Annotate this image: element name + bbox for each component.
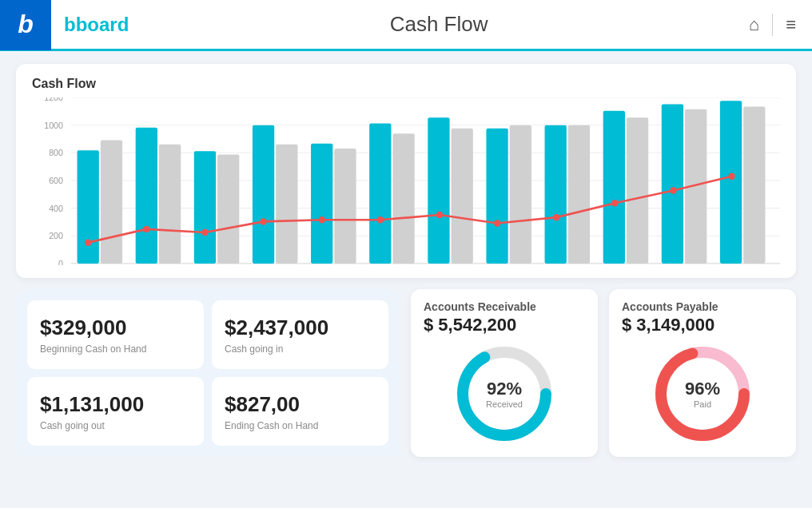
accounts-receivable-panel: Accounts Receivable $ 5,542,200 92% Rece… — [411, 289, 598, 457]
ap-donut: 96% Paid — [651, 342, 754, 446]
ar-title: Accounts Receivable — [424, 300, 536, 313]
ar-donut: 92% Received — [452, 342, 556, 446]
kpi-label-3: Ending Cash on Hand — [225, 420, 376, 431]
svg-rect-24 — [369, 124, 391, 264]
svg-text:1200: 1200 — [44, 97, 63, 102]
header-icons: ⌂ ≡ — [749, 14, 796, 36]
svg-rect-18 — [194, 151, 216, 264]
kpi-value-3: $827,00 — [225, 392, 376, 417]
logo-box: b — [0, 0, 51, 50]
kpi-value-1: $2,437,000 — [225, 316, 376, 340]
kpi-card-3: $827,00 Ending Cash on Hand — [212, 377, 388, 446]
kpi-label-2: Cash going out — [40, 420, 191, 431]
main-content: Cash Flow 1200 1000 800 600 400 200 0 — [0, 51, 812, 470]
svg-point-41 — [261, 218, 267, 224]
svg-point-49 — [729, 173, 735, 180]
brand-accent: b — [64, 14, 76, 35]
svg-point-47 — [611, 200, 618, 206]
kpi-card-2: $1,131,000 Cash going out — [27, 377, 204, 446]
svg-rect-20 — [253, 125, 274, 264]
ar-pct-value: 92% — [486, 379, 523, 399]
svg-point-48 — [671, 187, 677, 193]
accounts-payable-panel: Accounts Payable $ 3,149,000 96% Paid — [609, 289, 796, 457]
svg-rect-31 — [568, 125, 590, 264]
svg-point-44 — [436, 212, 443, 218]
ap-pct-label: Paid — [685, 399, 720, 409]
brand-name: bboard — [64, 14, 129, 36]
ap-title: Accounts Payable — [622, 300, 718, 313]
svg-point-43 — [377, 216, 384, 223]
svg-rect-26 — [428, 117, 449, 264]
svg-point-39 — [143, 226, 149, 232]
kpi-label-0: Beginning Cash on Hand — [40, 343, 191, 355]
svg-rect-34 — [662, 104, 683, 264]
svg-point-42 — [319, 216, 325, 223]
kpi-card-0: $329,000 Beginning Cash on Hand — [27, 300, 204, 369]
svg-rect-15 — [101, 141, 122, 264]
logo-letter: b — [18, 10, 34, 39]
svg-point-40 — [202, 229, 209, 236]
svg-text:0: 0 — [58, 259, 63, 265]
svg-rect-14 — [78, 150, 99, 264]
svg-text:600: 600 — [49, 176, 63, 185]
svg-rect-19 — [217, 154, 239, 264]
ar-pct-container: 92% Received — [486, 379, 523, 409]
ap-amount: $ 3,149,000 — [622, 315, 714, 335]
chart-panel: Cash Flow 1200 1000 800 600 400 200 0 — [16, 64, 796, 278]
page-title: Cash Flow — [129, 12, 749, 37]
svg-rect-28 — [486, 129, 508, 264]
chart-area: 1200 1000 800 600 400 200 0 — [32, 97, 780, 265]
header: b bboard Cash Flow ⌂ ≡ — [0, 0, 812, 51]
ar-pct-label: Received — [486, 399, 523, 409]
svg-rect-22 — [311, 144, 332, 264]
chart-title: Cash Flow — [32, 77, 780, 91]
svg-rect-21 — [276, 145, 297, 264]
kpi-panel: $329,000 Beginning Cash on Hand $2,437,0… — [16, 289, 400, 457]
kpi-label-1: Cash going in — [225, 343, 376, 355]
svg-point-46 — [553, 214, 559, 220]
svg-point-38 — [85, 239, 91, 245]
svg-text:800: 800 — [49, 148, 63, 157]
menu-icon[interactable]: ≡ — [786, 14, 796, 35]
svg-rect-23 — [334, 149, 356, 264]
svg-rect-32 — [603, 111, 625, 264]
svg-text:200: 200 — [49, 231, 63, 240]
svg-text:400: 400 — [49, 203, 63, 212]
svg-rect-25 — [392, 133, 414, 264]
brand-text: board — [76, 14, 129, 35]
svg-rect-16 — [136, 128, 157, 264]
divider — [772, 14, 773, 36]
svg-rect-29 — [510, 125, 531, 264]
svg-text:1000: 1000 — [44, 120, 63, 129]
kpi-value-0: $329,000 — [40, 316, 191, 340]
ap-pct-value: 96% — [685, 379, 720, 399]
kpi-card-1: $2,437,000 Cash going in — [212, 300, 388, 369]
svg-point-45 — [494, 220, 500, 226]
svg-rect-27 — [452, 129, 473, 264]
ap-pct-container: 96% Paid — [685, 379, 720, 409]
ar-amount: $ 5,542,200 — [424, 315, 516, 335]
bottom-row: $329,000 Beginning Cash on Hand $2,437,0… — [16, 289, 796, 457]
svg-rect-30 — [545, 125, 567, 264]
home-icon[interactable]: ⌂ — [749, 14, 759, 35]
svg-rect-37 — [743, 107, 765, 264]
svg-rect-33 — [627, 117, 648, 264]
svg-rect-36 — [720, 101, 742, 264]
chart-svg: 1200 1000 800 600 400 200 0 — [32, 97, 780, 265]
svg-rect-17 — [159, 145, 181, 264]
kpi-value-2: $1,131,000 — [40, 392, 191, 417]
